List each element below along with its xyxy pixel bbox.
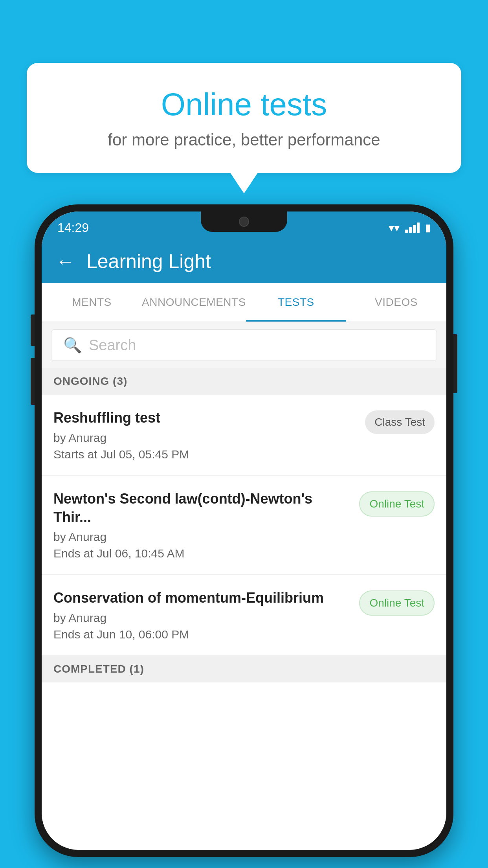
test-info-2: Newton's Second law(contd)-Newton's Thir…	[53, 490, 351, 561]
tab-announcements[interactable]: ANNOUNCEMENTS	[142, 283, 246, 322]
wifi-icon: ▾▾	[389, 221, 400, 234]
bubble-title: Online tests	[58, 86, 430, 123]
test-name-2: Newton's Second law(contd)-Newton's Thir…	[53, 490, 351, 527]
back-button[interactable]: ←	[56, 252, 75, 271]
speech-bubble-container: Online tests for more practice, better p…	[27, 63, 461, 173]
bubble-subtitle: for more practice, better performance	[58, 131, 430, 149]
test-name-1: Reshuffling test	[53, 409, 357, 427]
tabs-bar: MENTS ANNOUNCEMENTS TESTS VIDEOS	[42, 283, 446, 322]
speech-bubble: Online tests for more practice, better p…	[27, 63, 461, 173]
battery-icon: ▮	[425, 222, 431, 234]
search-input[interactable]: Search	[89, 337, 136, 354]
test-author-1: by Anurag	[53, 431, 357, 445]
status-icons: ▾▾ ▮	[389, 221, 431, 234]
front-camera	[239, 217, 249, 227]
test-item-conservation[interactable]: Conservation of momentum-Equilibrium by …	[42, 575, 446, 656]
app-header: ← Learning Light	[42, 240, 446, 283]
side-button-power	[453, 334, 457, 393]
test-list: Reshuffling test by Anurag Starts at Jul…	[42, 395, 446, 656]
side-button-volume-down	[31, 358, 35, 405]
test-author-2: by Anurag	[53, 530, 351, 544]
ongoing-section-header: ONGOING (3)	[42, 368, 446, 395]
test-info-3: Conservation of momentum-Equilibrium by …	[53, 589, 351, 641]
test-badge-3: Online Test	[359, 590, 435, 616]
search-container: 🔍 Search	[42, 322, 446, 368]
test-item-newtons[interactable]: Newton's Second law(contd)-Newton's Thir…	[42, 476, 446, 575]
phone-container: 14:29 ▾▾ ▮ ← Learning Light	[35, 204, 453, 857]
tab-tests[interactable]: TESTS	[246, 283, 346, 322]
tab-ments[interactable]: MENTS	[42, 283, 142, 322]
test-time-3: Ends at Jun 10, 06:00 PM	[53, 628, 351, 641]
status-time: 14:29	[57, 221, 89, 235]
phone-outer: 14:29 ▾▾ ▮ ← Learning Light	[35, 204, 453, 857]
phone-notch	[201, 211, 287, 232]
test-info-1: Reshuffling test by Anurag Starts at Jul…	[53, 409, 357, 461]
test-name-3: Conservation of momentum-Equilibrium	[53, 589, 351, 607]
signal-icon	[405, 223, 420, 233]
test-time-2: Ends at Jul 06, 10:45 AM	[53, 547, 351, 560]
completed-section-header: COMPLETED (1)	[42, 656, 446, 682]
side-button-volume-up	[31, 314, 35, 346]
test-author-3: by Anurag	[53, 611, 351, 625]
test-time-1: Starts at Jul 05, 05:45 PM	[53, 448, 357, 461]
phone-screen: 14:29 ▾▾ ▮ ← Learning Light	[42, 211, 446, 850]
tab-videos[interactable]: VIDEOS	[346, 283, 446, 322]
test-item-reshuffling[interactable]: Reshuffling test by Anurag Starts at Jul…	[42, 395, 446, 476]
test-badge-1: Class Test	[365, 410, 435, 434]
search-bar[interactable]: 🔍 Search	[51, 329, 437, 361]
app-title: Learning Light	[86, 250, 211, 273]
search-icon: 🔍	[63, 337, 82, 354]
test-badge-2: Online Test	[359, 491, 435, 517]
